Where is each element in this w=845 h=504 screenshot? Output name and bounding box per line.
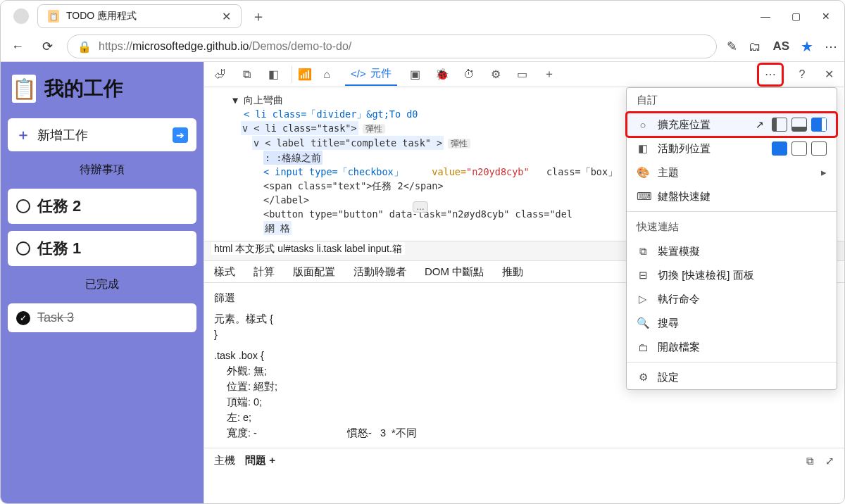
task-row[interactable]: 任務 2 bbox=[8, 189, 196, 224]
dock-right-icon[interactable] bbox=[811, 118, 827, 132]
devtools-drawer: 主機 問題 + ⧉ ⤢ bbox=[204, 448, 844, 473]
menu-search[interactable]: 🔍 搜尋 bbox=[627, 311, 837, 335]
task-checkbox[interactable] bbox=[16, 241, 30, 256]
dock-popout-icon[interactable]: ↗ bbox=[752, 118, 768, 132]
add-tab-icon[interactable]: ＋ bbox=[541, 66, 558, 83]
activity-right-icon[interactable] bbox=[811, 141, 827, 156]
bug-icon[interactable]: 🐞 bbox=[434, 66, 451, 83]
menu-open-file[interactable]: 🗀 開啟檔案 bbox=[627, 335, 837, 359]
device-icon: ⧉ bbox=[637, 245, 649, 258]
menu-activity-bar[interactable]: ◧ 活動列位置 bbox=[627, 137, 837, 160]
browser-more-icon[interactable]: ⋯ bbox=[825, 39, 837, 54]
subtab-more[interactable]: 推動 bbox=[502, 265, 523, 279]
done-task-name: Task 3 bbox=[37, 310, 74, 325]
devtools-more-button[interactable]: ⋯ bbox=[757, 63, 784, 87]
minimize-icon[interactable]: — bbox=[760, 11, 770, 22]
drawer-issues[interactable]: 問題 + bbox=[245, 454, 275, 467]
plus-icon: ＋ bbox=[16, 125, 30, 144]
menu-theme[interactable]: 🎨 主題 ▸ bbox=[627, 160, 837, 184]
menu-run-command[interactable]: ▷ 執行命令 bbox=[627, 287, 837, 311]
console-icon[interactable]: ▣ bbox=[407, 66, 424, 83]
panel-icon[interactable]: ◧ bbox=[265, 66, 282, 83]
maximize-icon[interactable]: ▢ bbox=[791, 11, 801, 22]
subtab-dom-breakpoints[interactable]: DOM 中斷點 bbox=[425, 265, 484, 279]
application-icon[interactable]: ▭ bbox=[514, 66, 531, 83]
gear-icon: ⚙ bbox=[637, 371, 649, 384]
drawer-host[interactable]: 主機 bbox=[214, 454, 235, 467]
dom-ellipsis[interactable]: … bbox=[413, 201, 428, 213]
task-name: 任務 1 bbox=[37, 238, 81, 259]
drawer-dock-icon[interactable]: ⧉ bbox=[806, 455, 814, 467]
palette-icon: 🎨 bbox=[637, 166, 649, 179]
code-icon: </> bbox=[351, 68, 366, 80]
wifi-icon[interactable]: 📶 bbox=[292, 66, 308, 83]
done-task-row[interactable]: ✓ Task 3 bbox=[8, 303, 196, 332]
browser-tab[interactable]: 📋 TODO 應用程式 ✕ bbox=[37, 4, 242, 28]
search-icon: 🔍 bbox=[637, 317, 649, 329]
inspect-icon[interactable]: ⮰ bbox=[211, 66, 228, 83]
tab-title: TODO 應用程式 bbox=[66, 10, 215, 23]
clipboard-icon: 📋 bbox=[12, 75, 36, 103]
add-task-button[interactable]: ＋ 新增工作 ➔ bbox=[8, 118, 196, 151]
folder-icon: 🗀 bbox=[637, 341, 649, 353]
close-window-icon[interactable]: ✕ bbox=[822, 11, 830, 22]
dock-bottom-icon[interactable] bbox=[791, 118, 807, 132]
pending-section-label: 待辦事項 bbox=[8, 158, 196, 182]
memory-icon[interactable]: ⚙ bbox=[487, 66, 504, 83]
device-toggle-icon[interactable]: ⧉ bbox=[238, 66, 255, 83]
customize-menu: 自訂 ○ 擴充座位置 ↗ ◧ 活動列位置 bbox=[626, 87, 837, 390]
activity-left-icon[interactable] bbox=[791, 141, 807, 156]
home-icon[interactable]: ⌂ bbox=[318, 66, 335, 83]
keyboard-icon: ⌨ bbox=[637, 190, 649, 203]
close-devtools-icon[interactable]: ✕ bbox=[820, 66, 837, 83]
task-row[interactable]: 任務 1 bbox=[8, 231, 196, 266]
done-check-icon[interactable]: ✓ bbox=[16, 311, 30, 325]
add-task-label: 新增工作 bbox=[37, 127, 88, 144]
menu-settings[interactable]: ⚙ 設定 bbox=[627, 365, 837, 389]
menu-device-emulation[interactable]: ⧉ 裝置模擬 bbox=[627, 239, 837, 263]
performance-icon[interactable]: ⏱ bbox=[461, 66, 477, 83]
menu-header: 自訂 bbox=[627, 88, 837, 113]
subtab-listeners[interactable]: 活動聆聽者 bbox=[353, 265, 406, 279]
address-bar[interactable]: 🔒 https://microsoftedge.github.io/Demos/… bbox=[67, 34, 717, 58]
panel-icon: ◧ bbox=[637, 142, 649, 155]
toggle-panel-icon: ⊟ bbox=[637, 269, 649, 282]
profile-avatar[interactable] bbox=[13, 8, 29, 24]
submit-arrow-icon[interactable]: ➔ bbox=[173, 127, 188, 143]
subtab-computed[interactable]: 計算 bbox=[254, 265, 275, 279]
url-host: microsoftedge.github.io bbox=[132, 40, 249, 52]
chevron-right-icon: ▸ bbox=[821, 166, 827, 179]
refresh-button[interactable]: ⟳ bbox=[37, 39, 57, 54]
subtab-styles[interactable]: 樣式 bbox=[214, 265, 235, 279]
circle-icon: ○ bbox=[637, 119, 649, 131]
task-checkbox[interactable] bbox=[16, 199, 30, 213]
collections-icon[interactable]: 🗂 bbox=[749, 39, 761, 54]
menu-keyboard-shortcuts[interactable]: ⌨ 鍵盤快速鍵 bbox=[627, 184, 837, 208]
tab-elements[interactable]: </> 元件 bbox=[345, 63, 397, 86]
favorite-star-icon[interactable]: ★ bbox=[801, 38, 813, 55]
subtab-layout[interactable]: 版面配置 bbox=[293, 265, 335, 279]
menu-toggle-quickview[interactable]: ⊟ 切換 [快速檢視] 面板 bbox=[627, 263, 837, 287]
dock-left-icon[interactable] bbox=[772, 118, 787, 132]
activity-top-icon[interactable] bbox=[772, 141, 787, 156]
back-button[interactable]: ← bbox=[8, 39, 27, 54]
edit-page-icon[interactable]: ✎ bbox=[727, 39, 737, 54]
todo-title: 📋 我的工作 bbox=[8, 69, 196, 111]
profile-badge[interactable]: AS bbox=[772, 39, 789, 53]
url-path: /Demos/demo-to-do/ bbox=[249, 40, 351, 52]
new-tab-button[interactable]: ＋ bbox=[251, 7, 265, 26]
url-prefix: https:// bbox=[99, 40, 132, 52]
lock-icon: 🔒 bbox=[77, 40, 92, 53]
more-icon: ⋯ bbox=[762, 66, 779, 83]
task-name: 任務 2 bbox=[37, 196, 81, 217]
devtools-toolbar: ⮰ ⧉ ◧ 📶 ⌂ </> 元件 ▣ 🐞 ⏱ ⚙ ▭ ＋ ⋯ ? ✕ bbox=[204, 62, 844, 87]
drawer-expand-icon[interactable]: ⤢ bbox=[825, 455, 834, 467]
menu-header-quicklinks: 快速連結 bbox=[627, 215, 837, 239]
menu-dock-side[interactable]: ○ 擴充座位置 ↗ bbox=[627, 113, 837, 137]
devtools-panel: ⮰ ⧉ ◧ 📶 ⌂ </> 元件 ▣ 🐞 ⏱ ⚙ ▭ ＋ ⋯ ? ✕ … ▼ 向… bbox=[204, 62, 844, 504]
close-tab-icon[interactable]: ✕ bbox=[222, 10, 231, 23]
done-section-label: 已完成 bbox=[8, 273, 196, 296]
play-icon: ▷ bbox=[637, 293, 649, 305]
todo-app: 📋 我的工作 ＋ 新增工作 ➔ 待辦事項 任務 2 任務 1 已完成 ✓ Tas… bbox=[1, 62, 204, 504]
help-icon[interactable]: ? bbox=[794, 66, 810, 83]
